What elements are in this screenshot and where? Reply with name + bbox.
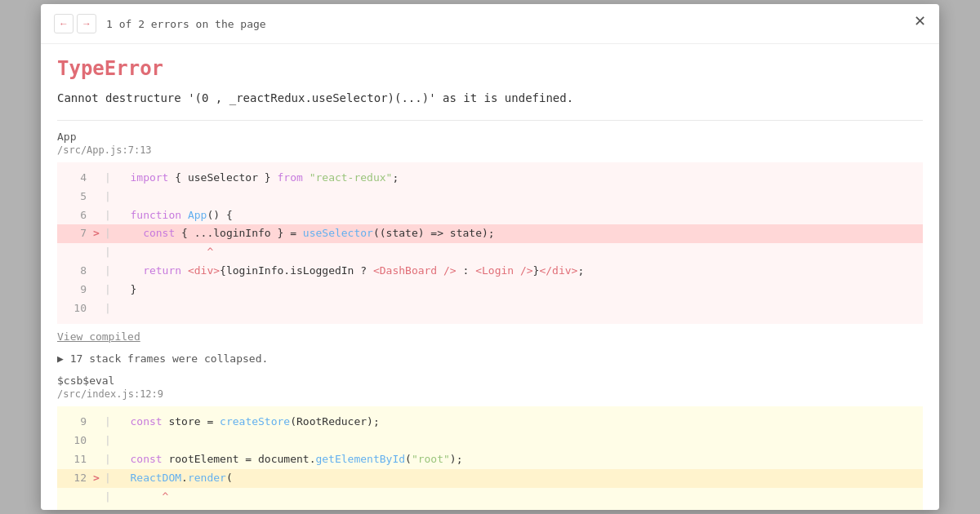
pointer-line-2: | ^: [57, 488, 923, 507]
pointer-line: | ^: [57, 243, 923, 262]
code-line: 9 | const store = createStore(RootReduce…: [57, 413, 923, 432]
main-content: TypeError Cannot destructure '(0 , _reac…: [41, 44, 939, 510]
top-bar: ← → 1 of 2 errors on the page ✕: [41, 4, 939, 44]
code-line: 13 | <StrictMode>: [57, 506, 923, 510]
code-line: 6 | function App() {: [57, 206, 923, 225]
second-section-label: $csb$eval: [57, 374, 923, 387]
code-line: 8 | return <div>{loginInfo.isLoggedIn ? …: [57, 262, 923, 281]
code-line: 10 |: [57, 299, 923, 318]
error-count-label: 1 of 2 errors on the page: [106, 18, 266, 30]
prev-error-button[interactable]: ←: [54, 14, 74, 33]
code-line: 11 | const rootElement = document.getEle…: [57, 450, 923, 469]
second-code-block: 9 | const store = createStore(RootReduce…: [57, 406, 923, 510]
second-section-path: /src/index.js:12:9: [57, 388, 923, 400]
code-line: 9 | }: [57, 281, 923, 299]
collapsed-frames[interactable]: ▶ 17 stack frames were collapsed.: [57, 352, 923, 365]
close-button[interactable]: ✕: [914, 14, 926, 29]
first-section-label: App: [57, 131, 923, 143]
code-line-highlighted: 7 > | const { ...loginInfo } = useSelect…: [57, 224, 923, 243]
code-line: 5 |: [57, 188, 923, 206]
code-line: 10 |: [57, 432, 923, 450]
error-message: Cannot destructure '(0 , _reactRedux.use…: [57, 90, 923, 107]
first-section-path: /src/App.js:7:13: [57, 144, 923, 156]
view-compiled-link[interactable]: View compiled: [57, 330, 923, 343]
divider-1: [57, 120, 923, 121]
error-overlay: ← → 1 of 2 errors on the page ✕ TypeErro…: [41, 4, 939, 510]
nav-arrows: ← →: [54, 14, 96, 33]
next-error-button[interactable]: →: [77, 14, 96, 33]
code-line: 4 | import { useSelector } from "react-r…: [57, 169, 923, 188]
error-title: TypeError: [57, 57, 923, 80]
first-code-block: 4 | import { useSelector } from "react-r…: [57, 162, 923, 324]
code-line-highlighted: 12 > | ReactDOM.render(: [57, 469, 923, 488]
